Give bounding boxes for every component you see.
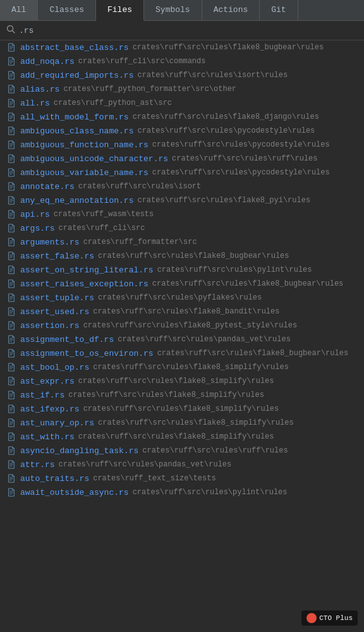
list-item[interactable]: ambiguous_variable_name.rscrates\ruff\sr… — [0, 166, 364, 179]
list-item[interactable]: ast_expr.rscrates\ruff\src\rules\flake8_… — [0, 374, 364, 388]
file-name: assignment_to_df.rs — [20, 335, 114, 344]
file-name: assert_false.rs — [20, 252, 94, 261]
list-item[interactable]: add_required_imports.rscrates\ruff\src\r… — [0, 68, 364, 82]
list-item[interactable]: await_outside_async.rscrates\ruff\src\ru… — [0, 485, 364, 499]
file-path: crates\ruff\src\rules\pylint\rules — [133, 488, 288, 497]
list-item[interactable]: assert_raises_exception.rscrates\ruff\sr… — [0, 277, 364, 291]
tab-symbols[interactable]: Symbols — [144, 0, 202, 20]
watermark-label: CTO Plus — [319, 614, 353, 622]
file-name: any_eq_ne_annotation.rs — [20, 196, 133, 205]
file-name: all_with_model_form.rs — [20, 112, 129, 122]
file-name: ast_with.rs — [20, 432, 75, 442]
list-item[interactable]: ast_if.rscrates\ruff\src\rules\flake8_si… — [0, 388, 364, 402]
list-item[interactable]: ambiguous_class_name.rscrates\ruff\src\r… — [0, 124, 364, 138]
file-icon — [6, 293, 16, 303]
file-path: crates\ruff\src\rules\flake8_bugbear\rul… — [133, 43, 324, 52]
file-path: crates\ruff\src\rules\pyflakes\rules — [98, 293, 262, 302]
list-item[interactable]: arguments.rscrates\ruff_formatter\src — [0, 235, 364, 249]
watermark-icon — [306, 613, 317, 623]
file-icon — [6, 473, 16, 483]
list-item[interactable]: all.rscrates\ruff_python_ast\src — [0, 96, 364, 110]
list-item[interactable]: ambiguous_function_name.rscrates\ruff\sr… — [0, 138, 364, 152]
tab-all[interactable]: All — [0, 0, 38, 20]
file-path: crates\ruff_wasm\tests — [54, 210, 154, 219]
list-item[interactable]: asyncio_dangling_task.rscrates\ruff\src\… — [0, 444, 364, 458]
file-icon — [6, 459, 16, 470]
file-path: crates\ruff\src\rules\isort — [78, 182, 201, 191]
tab-classes[interactable]: Classes — [38, 0, 96, 20]
list-item[interactable]: ast_ifexp.rscrates\ruff\src\rules\flake8… — [0, 402, 364, 416]
file-icon — [6, 418, 16, 428]
list-item[interactable]: assert_false.rscrates\ruff\src\rules\fla… — [0, 249, 364, 263]
file-name: ast_bool_op.rs — [20, 363, 89, 372]
list-item[interactable]: auto_traits.rscrates\ruff_text_size\test… — [0, 471, 364, 485]
file-path: crates\ruff\src\rules\isort\rules — [137, 71, 288, 80]
file-name: ast_ifexp.rs — [20, 404, 80, 414]
file-icon — [6, 376, 16, 386]
file-path: crates\ruff_formatter\src — [83, 238, 197, 246]
tab-bar: AllClassesFilesSymbolsActionsGit — [0, 0, 364, 21]
file-name: add_noqa.rs — [20, 57, 75, 66]
list-item[interactable]: ast_with.rscrates\ruff\src\rules\flake8_… — [0, 430, 364, 444]
list-item[interactable]: add_noqa.rscrates\ruff_cli\src\commands — [0, 54, 364, 68]
file-path: crates\ruff\src\rules\flake8_simplify\ru… — [93, 363, 289, 372]
file-icon — [6, 70, 16, 80]
file-name: attr.rs — [20, 460, 55, 470]
file-name: all.rs — [20, 99, 50, 108]
file-path: crates\ruff\src\rules\flake8_simplify\ru… — [78, 377, 274, 386]
file-icon — [6, 209, 16, 219]
list-item[interactable]: all_with_model_form.rscrates\ruff\src\ru… — [0, 110, 364, 124]
list-item[interactable]: assignment_to_df.rscrates\ruff\src\rules… — [0, 332, 364, 346]
file-icon — [6, 446, 16, 456]
file-path: crates\ruff\src\rules\flake8_bugbear\rul… — [98, 252, 289, 260]
file-path: crates\ruff\src\rules\flake8_simplify\ru… — [78, 432, 274, 441]
file-name: alias.rs — [20, 85, 59, 94]
file-name: api.rs — [20, 210, 50, 219]
file-name: asyncio_dangling_task.rs — [20, 446, 138, 456]
list-item[interactable]: assertion.rscrates\ruff\src\rules\flake8… — [0, 319, 364, 332]
list-item[interactable]: abstract_base_class.rscrates\ruff\src\ru… — [0, 40, 364, 54]
file-icon — [6, 320, 16, 331]
list-item[interactable]: ast_bool_op.rscrates\ruff\src\rules\flak… — [0, 360, 364, 374]
file-name: assert_used.rs — [20, 307, 89, 317]
search-input[interactable] — [19, 26, 358, 35]
file-icon — [6, 154, 16, 164]
tab-git[interactable]: Git — [260, 0, 298, 20]
search-bar — [0, 21, 364, 40]
file-path: crates\ruff\src\rules\flake8_pytest_styl… — [83, 321, 297, 330]
tab-actions[interactable]: Actions — [202, 0, 260, 20]
list-item[interactable]: api.rscrates\ruff_wasm\tests — [0, 207, 364, 221]
file-icon — [6, 487, 16, 497]
list-item[interactable]: assignment_to_os_environ.rscrates\ruff\s… — [0, 346, 364, 360]
file-path: crates\ruff\src\rules\pycodestyle\rules — [137, 126, 315, 135]
file-name: assertion.rs — [20, 321, 80, 331]
file-path: crates\ruff_python_ast\src — [54, 99, 172, 107]
file-icon — [6, 265, 16, 275]
list-item[interactable]: ast_unary_op.rscrates\ruff\src\rules\fla… — [0, 416, 364, 430]
file-path: crates\ruff_text_size\tests — [93, 474, 215, 483]
file-icon — [6, 251, 16, 261]
file-path: crates\ruff\src\rules\flake8_simplify\ru… — [68, 391, 264, 399]
list-item[interactable]: annotate.rscrates\ruff\src\rules\isort — [0, 179, 364, 193]
file-name: ambiguous_variable_name.rs — [20, 168, 149, 178]
file-name: abstract_base_class.rs — [20, 43, 129, 52]
list-item[interactable]: assert_used.rscrates\ruff\src\rules\flak… — [0, 305, 364, 319]
file-icon — [6, 195, 16, 205]
list-item[interactable]: alias.rscrates\ruff_python_formatter\src… — [0, 82, 364, 96]
tab-files[interactable]: Files — [96, 0, 144, 21]
list-item[interactable]: attr.rscrates\ruff\src\rules\pandas_vet\… — [0, 458, 364, 471]
list-item[interactable]: ambiguous_unicode_character.rscrates\ruf… — [0, 152, 364, 166]
file-icon — [6, 362, 16, 372]
list-item[interactable]: assert_tuple.rscrates\ruff\src\rules\pyf… — [0, 291, 364, 305]
file-path: crates\ruff\src\rules\pandas_vet\rules — [59, 460, 232, 469]
file-name: ast_if.rs — [20, 391, 64, 400]
file-icon — [6, 223, 16, 233]
file-path: crates\ruff_python_formatter\src\other — [63, 85, 236, 94]
file-path: crates\ruff\src\rules\flake8_simplify\ru… — [83, 404, 279, 413]
file-icon — [6, 404, 16, 414]
list-item[interactable]: assert_on_string_literal.rscrates\ruff\s… — [0, 263, 364, 277]
list-item[interactable]: any_eq_ne_annotation.rscrates\ruff\src\r… — [0, 193, 364, 207]
file-icon — [6, 237, 16, 247]
file-name: assert_tuple.rs — [20, 293, 94, 303]
list-item[interactable]: args.rscrates\ruff_cli\src — [0, 221, 364, 235]
